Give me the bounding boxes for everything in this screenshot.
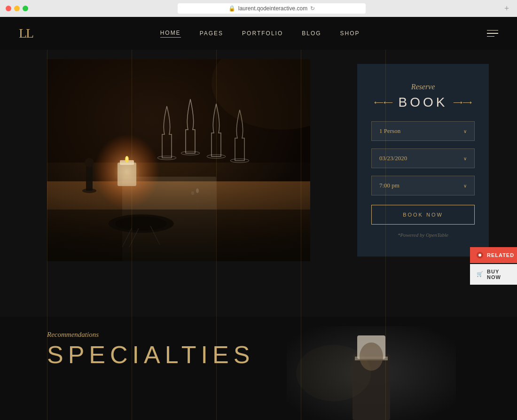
image-overlay (47, 180, 310, 261)
browser-chrome: 🔒 laurent.qodeinteractive.com ↻ + (0, 0, 517, 17)
hamburger-menu[interactable] (487, 30, 498, 37)
book-now-button[interactable]: BOOK NOW (371, 205, 475, 225)
url-text: laurent.qodeinteractive.com (238, 5, 307, 12)
traffic-lights (6, 6, 28, 11)
chef-svg (287, 326, 456, 420)
chevron-down-icon-2: ∨ (463, 156, 467, 161)
booking-panel: Reserve ⟵⟵ BOOK ⟶⟶ 1 Person ∨ 03/23/2020… (357, 64, 489, 257)
svg-point-24 (85, 158, 94, 167)
nav-blog[interactable]: BLOG (302, 30, 321, 37)
arrow-right-icon: ⟶⟶ (453, 99, 472, 107)
side-buttons: RELATED 🛒 BUY NOW (470, 247, 517, 285)
specialties-title: SPECIALTIES (47, 341, 254, 369)
restaurant-image (47, 59, 310, 261)
book-decorative-right: ⟶⟶ (453, 99, 472, 107)
svg-point-34 (478, 254, 481, 257)
website-container: LL HOME PAGES PORTFOLIO BLOG SHOP (0, 17, 517, 420)
chef-thumbnail (287, 326, 456, 420)
new-tab-button[interactable]: + (502, 4, 511, 13)
nav-portfolio[interactable]: PORTFOLIO (242, 30, 283, 37)
time-select-value: 7:00 pm (379, 182, 400, 189)
arrow-left-icon: ⟵⟵ (374, 99, 393, 107)
related-label: RELATED (487, 252, 514, 258)
hamburger-line-1 (487, 30, 498, 31)
svg-point-33 (296, 345, 371, 401)
close-button[interactable] (6, 6, 11, 11)
navigation: LL HOME PAGES PORTFOLIO BLOG SHOP (0, 17, 517, 50)
book-title: BOOK (399, 95, 448, 110)
maximize-button[interactable] (23, 6, 28, 11)
chevron-down-icon-3: ∨ (463, 183, 467, 188)
reserve-label: Reserve (411, 83, 435, 91)
date-select-value: 03/23/2020 (379, 155, 407, 162)
nav-shop[interactable]: SHOP (340, 30, 360, 37)
related-icon (477, 252, 483, 258)
time-select[interactable]: 7:00 pm ∨ (371, 176, 475, 195)
hero-section: Reserve ⟵⟵ BOOK ⟶⟶ 1 Person ∨ 03/23/2020… (0, 50, 517, 420)
chevron-down-icon: ∨ (463, 129, 467, 134)
specialties-text: Recommendations SPECIALTIES (47, 331, 254, 369)
hamburger-line-3 (487, 36, 494, 37)
book-decorative-left: ⟵⟵ (374, 99, 393, 107)
cart-icon: 🛒 (477, 271, 483, 278)
person-select[interactable]: 1 Person ∨ (371, 121, 475, 141)
minimize-button[interactable] (14, 6, 20, 11)
nav-pages[interactable]: PAGES (200, 30, 223, 37)
nav-home[interactable]: HOME (160, 30, 181, 38)
site-logo[interactable]: LL (19, 27, 33, 40)
play-icon (478, 253, 482, 257)
related-button[interactable]: RELATED (470, 247, 517, 263)
recommendations-label: Recommendations (47, 331, 254, 339)
lock-icon: 🔒 (228, 5, 235, 12)
buy-now-button[interactable]: 🛒 BUY NOW (470, 264, 517, 285)
address-bar[interactable]: 🔒 laurent.qodeinteractive.com ↻ (178, 3, 366, 14)
svg-point-9 (126, 156, 128, 160)
reload-icon: ↻ (310, 5, 315, 12)
person-select-value: 1 Person (379, 127, 400, 135)
bottom-section: Recommendations SPECIALTIES (0, 317, 517, 420)
date-select[interactable]: 03/23/2020 ∨ (371, 148, 475, 168)
powered-text: *Powered by OpenTable (398, 232, 448, 238)
buy-now-label: BUY NOW (487, 269, 510, 280)
hamburger-line-2 (487, 33, 498, 34)
image-inner (47, 59, 310, 261)
book-title-row: ⟵⟵ BOOK ⟶⟶ (374, 95, 472, 110)
nav-links: HOME PAGES PORTFOLIO BLOG SHOP (160, 30, 360, 38)
